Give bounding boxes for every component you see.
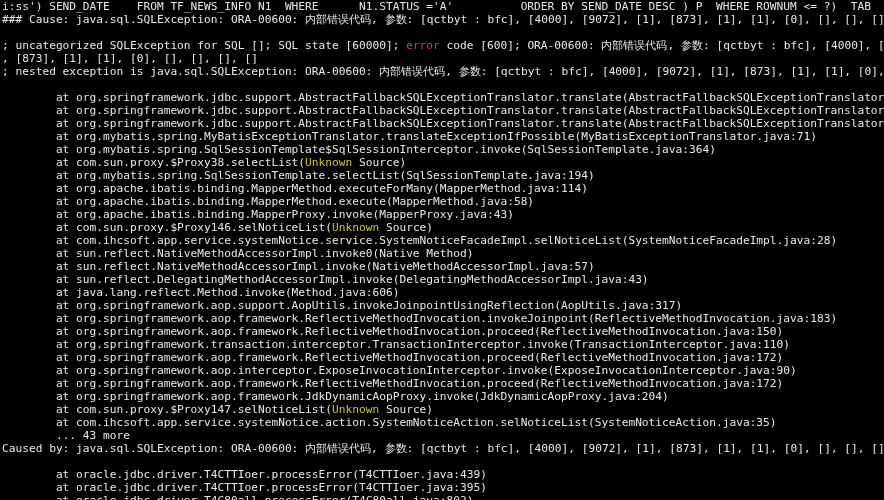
log-line: at org.springframework.aop.framework.Ref… [2, 351, 882, 364]
log-line: ; nested exception is java.sql.SQLExcept… [2, 65, 882, 78]
log-segment: at org.springframework.aop.framework.Ref… [2, 377, 783, 390]
log-line: at org.springframework.transaction.inter… [2, 338, 882, 351]
log-segment: at sun.reflect.NativeMethodAccessorImpl.… [2, 260, 595, 273]
log-segment: at com.sun.proxy.$Proxy146.selNoticeList… [2, 221, 332, 234]
log-segment: at org.mybatis.spring.SqlSessionTemplate… [2, 143, 716, 156]
log-line: ; uncategorized SQLException for SQL [];… [2, 39, 882, 52]
log-segment: ### Cause: java.sql.SQLException: ORA-00… [2, 13, 884, 26]
log-segment: , [873], [1], [1], [0], [], [], [], [] [2, 52, 258, 65]
log-line: at sun.reflect.NativeMethodAccessorImpl.… [2, 260, 882, 273]
log-line: i:ss') SEND_DATE FROM TF_NEWS_INFO N1 WH… [2, 0, 882, 13]
log-line: at org.springframework.aop.support.AopUt… [2, 299, 882, 312]
log-segment: at sun.reflect.NativeMethodAccessorImpl.… [2, 247, 473, 260]
log-line: at org.mybatis.spring.SqlSessionTemplate… [2, 169, 882, 182]
log-segment: at java.lang.reflect.Method.invoke(Metho… [2, 286, 399, 299]
log-segment: Unknown [305, 156, 352, 169]
log-line: at oracle.jdbc.driver.T4CTTIoer.processE… [2, 468, 882, 481]
log-segment: Source) [352, 156, 406, 169]
log-segment: at org.springframework.aop.interceptor.E… [2, 364, 797, 377]
log-line: at org.apache.ibatis.binding.MapperProxy… [2, 208, 882, 221]
log-segment: at org.apache.ibatis.binding.MapperMetho… [2, 195, 534, 208]
log-segment: at oracle.jdbc.driver.T4CTTIoer.processE… [2, 468, 487, 481]
log-segment: at org.springframework.transaction.inter… [2, 338, 790, 351]
log-line: ... 43 more [2, 429, 882, 442]
log-segment: error [406, 39, 440, 52]
log-segment: ; uncategorized SQLException for SQL [];… [2, 39, 406, 52]
log-line: at org.springframework.jdbc.support.Abst… [2, 91, 882, 104]
log-line: at org.apache.ibatis.binding.MapperMetho… [2, 182, 882, 195]
log-segment: i:ss') SEND_DATE FROM TF_NEWS_INFO N1 WH… [2, 0, 884, 13]
log-segment: at org.springframework.jdbc.support.Abst… [2, 91, 884, 104]
log-line: at org.springframework.aop.framework.Ref… [2, 377, 882, 390]
log-segment: at oracle.jdbc.driver.T4C80all.processEr… [2, 494, 473, 500]
log-line: at oracle.jdbc.driver.T4C80all.processEr… [2, 494, 882, 500]
log-segment: at org.springframework.jdbc.support.Abst… [2, 104, 884, 117]
log-line: at org.mybatis.spring.SqlSessionTemplate… [2, 143, 882, 156]
log-segment: Unknown [332, 403, 379, 416]
log-segment: Caused by: java.sql.SQLException: ORA-00… [2, 442, 884, 455]
log-segment: at org.mybatis.spring.MyBatisExceptionTr… [2, 130, 817, 143]
log-segment: at org.springframework.aop.framework.Ref… [2, 325, 783, 338]
log-segment: Unknown [332, 221, 379, 234]
log-line: at com.sun.proxy.$Proxy146.selNoticeList… [2, 221, 882, 234]
log-line: at com.sun.proxy.$Proxy147.selNoticeList… [2, 403, 882, 416]
log-segment: at org.apache.ibatis.binding.MapperMetho… [2, 182, 588, 195]
log-line [2, 455, 882, 468]
log-line: at org.springframework.jdbc.support.Abst… [2, 104, 882, 117]
log-segment: at sun.reflect.DelegatingMethodAccessorI… [2, 273, 649, 286]
log-line: at org.springframework.aop.framework.Jdk… [2, 390, 882, 403]
log-line: at org.springframework.aop.interceptor.E… [2, 364, 882, 377]
log-line: at sun.reflect.DelegatingMethodAccessorI… [2, 273, 882, 286]
log-line: at com.ihcsoft.app.service.systemNotice.… [2, 234, 882, 247]
log-line: at com.sun.proxy.$Proxy38.selectList(Unk… [2, 156, 882, 169]
log-line: at com.ihcsoft.app.service.systemNotice.… [2, 416, 882, 429]
log-line: at org.springframework.jdbc.support.Abst… [2, 117, 882, 130]
log-line [2, 78, 882, 91]
log-line: , [873], [1], [1], [0], [], [], [], [] [2, 52, 882, 65]
log-segment: at org.springframework.jdbc.support.Abst… [2, 117, 884, 130]
log-segment: at oracle.jdbc.driver.T4CTTIoer.processE… [2, 481, 487, 494]
log-line: ### Cause: java.sql.SQLException: ORA-00… [2, 13, 882, 26]
log-line: at org.apache.ibatis.binding.MapperMetho… [2, 195, 882, 208]
log-segment: at org.springframework.aop.framework.Ref… [2, 312, 837, 325]
log-line: at org.springframework.aop.framework.Ref… [2, 325, 882, 338]
log-segment: code [600]; ORA-00600: 内部错误代码, 参数: [qctb… [440, 39, 884, 52]
log-line: Caused by: java.sql.SQLException: ORA-00… [2, 442, 882, 455]
log-line: at org.springframework.aop.framework.Ref… [2, 312, 882, 325]
log-line: at sun.reflect.NativeMethodAccessorImpl.… [2, 247, 882, 260]
log-segment: at org.springframework.aop.framework.Ref… [2, 351, 783, 364]
log-segment: at com.sun.proxy.$Proxy147.selNoticeList… [2, 403, 332, 416]
log-line: at oracle.jdbc.driver.T4CTTIoer.processE… [2, 481, 882, 494]
log-line: at org.mybatis.spring.MyBatisExceptionTr… [2, 130, 882, 143]
log-segment: at org.springframework.aop.framework.Jdk… [2, 390, 669, 403]
log-segment: Source) [379, 221, 433, 234]
log-segment: ... 43 more [2, 429, 130, 442]
log-segment: at com.ihcsoft.app.service.systemNotice.… [2, 234, 837, 247]
log-segment: at com.sun.proxy.$Proxy38.selectList( [2, 156, 305, 169]
console-output: i:ss') SEND_DATE FROM TF_NEWS_INFO N1 WH… [0, 0, 884, 500]
log-segment: at org.springframework.aop.support.AopUt… [2, 299, 682, 312]
log-line [2, 26, 882, 39]
log-segment: ; nested exception is java.sql.SQLExcept… [2, 65, 884, 78]
log-segment: Source) [379, 403, 433, 416]
log-segment: at org.apache.ibatis.binding.MapperProxy… [2, 208, 514, 221]
log-line: at java.lang.reflect.Method.invoke(Metho… [2, 286, 882, 299]
log-segment: at com.ihcsoft.app.service.systemNotice.… [2, 416, 777, 429]
log-segment: at org.mybatis.spring.SqlSessionTemplate… [2, 169, 595, 182]
